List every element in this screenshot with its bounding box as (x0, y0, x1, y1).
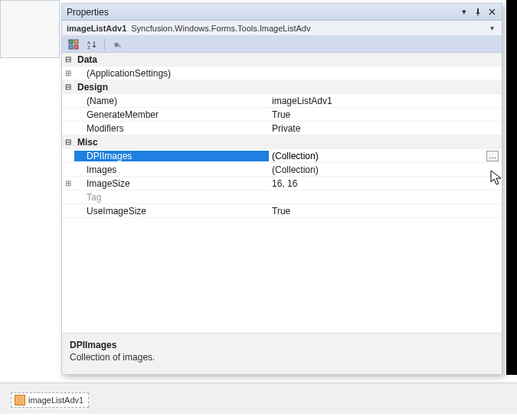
svg-text:Z: Z (87, 45, 90, 50)
svg-rect-1 (74, 40, 78, 44)
prop-useimagesize[interactable]: UseImageSize True (62, 204, 502, 218)
properties-toolbar: AZ (62, 36, 502, 53)
category-misc[interactable]: ⊟ Misc (62, 135, 502, 149)
svg-rect-2 (69, 45, 73, 49)
object-name: imageListAdv1 (67, 24, 126, 33)
category-label: Data (74, 54, 269, 65)
collapse-icon[interactable]: ⊟ (62, 135, 74, 149)
expand-icon[interactable]: ⊞ (62, 177, 74, 190)
prop-value[interactable]: True (269, 206, 502, 217)
right-edge-shadow (506, 0, 517, 375)
property-pages-button[interactable] (109, 37, 126, 51)
component-tray: imageListAdv1 (0, 383, 517, 414)
prop-name: Images (74, 164, 269, 175)
collection-editor-button[interactable]: … (486, 151, 499, 161)
category-design[interactable]: ⊟ Design (62, 80, 502, 94)
prop-name: Tag (74, 192, 269, 203)
prop-value[interactable]: (Collection) (269, 164, 502, 175)
prop-value[interactable]: (Collection) … (269, 151, 502, 161)
prop-value[interactable]: 16, 16 (269, 178, 502, 189)
prop-images[interactable]: Images (Collection) (62, 163, 502, 177)
component-placeholder (0, 0, 60, 58)
object-selector[interactable]: imageListAdv1 Syncfusion.Windows.Forms.T… (62, 21, 502, 36)
expand-icon[interactable]: ⊞ (62, 67, 74, 80)
category-label: Misc (74, 137, 269, 148)
dropdown-position-button[interactable]: ▾ (457, 6, 471, 18)
categorized-button[interactable] (65, 37, 82, 51)
description-title: DPIImages (70, 340, 494, 350)
collapse-icon[interactable]: ⊟ (62, 80, 74, 94)
svg-rect-3 (74, 45, 78, 49)
prop-name: UseImageSize (74, 206, 269, 217)
description-text: Collection of images. (70, 352, 494, 363)
prop-value[interactable]: True (269, 109, 502, 120)
prop-dpiimages[interactable]: DPIImages (Collection) … (62, 149, 502, 163)
collapse-icon[interactable]: ⊟ (62, 53, 74, 67)
prop-value[interactable]: imageListAdv1 (269, 96, 502, 106)
prop-imagesize[interactable]: ⊞ ImageSize 16, 16 (62, 177, 502, 190)
property-grid: ⊟ Data ⊞ (ApplicationSettings) ⊟ Design … (62, 53, 502, 333)
prop-name: GenerateMember (74, 109, 269, 120)
window-title: Properties (67, 7, 457, 18)
prop-name: (Name) (74, 96, 269, 106)
prop-modifiers[interactable]: Modifiers Private (62, 122, 502, 135)
object-selector-dropdown-icon[interactable]: ▾ (487, 24, 497, 32)
component-tray-item[interactable]: imageListAdv1 (11, 392, 89, 408)
close-icon[interactable] (485, 6, 499, 18)
autohide-pin-icon[interactable] (471, 6, 485, 18)
prop-applicationsettings[interactable]: ⊞ (ApplicationSettings) (62, 67, 502, 80)
prop-generatemember[interactable]: GenerateMember True (62, 108, 502, 122)
alphabetical-button[interactable]: AZ (83, 37, 100, 51)
prop-tag[interactable]: Tag (62, 190, 502, 204)
prop-name: DPIImages (74, 151, 269, 161)
toolbar-separator (104, 38, 105, 50)
prop-name: ImageSize (74, 178, 269, 189)
category-label: Design (74, 82, 269, 93)
object-type: Syncfusion.Windows.Forms.Tools.ImageList… (131, 24, 310, 33)
prop-name-row[interactable]: (Name) imageListAdv1 (62, 94, 502, 108)
imagelist-icon (15, 395, 25, 405)
category-data[interactable]: ⊟ Data (62, 53, 502, 67)
properties-window: Properties ▾ imageListAdv1 Syncfusion.Wi… (61, 3, 502, 375)
svg-rect-0 (69, 40, 73, 44)
component-tray-item-label: imageListAdv1 (28, 396, 83, 405)
prop-name: Modifiers (74, 123, 269, 134)
prop-name: (ApplicationSettings) (74, 68, 269, 79)
prop-value[interactable]: Private (269, 123, 502, 134)
titlebar[interactable]: Properties ▾ (62, 4, 502, 21)
description-pane: DPIImages Collection of images. (62, 333, 502, 374)
